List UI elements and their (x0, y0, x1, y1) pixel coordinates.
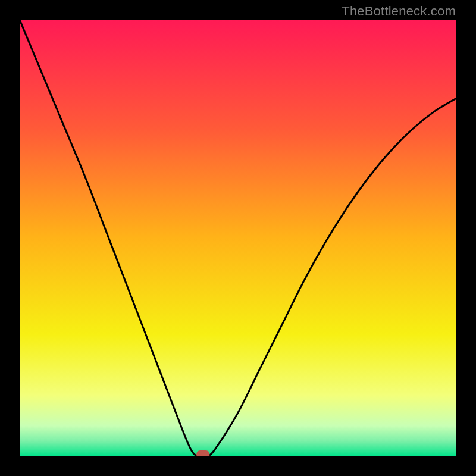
bottleneck-chart (20, 20, 456, 456)
gradient-background (20, 20, 456, 456)
optimal-point-marker (196, 450, 209, 456)
plot-area (20, 20, 456, 456)
watermark-text: TheBottleneck.com (342, 4, 456, 19)
chart-frame: TheBottleneck.com (0, 0, 476, 476)
